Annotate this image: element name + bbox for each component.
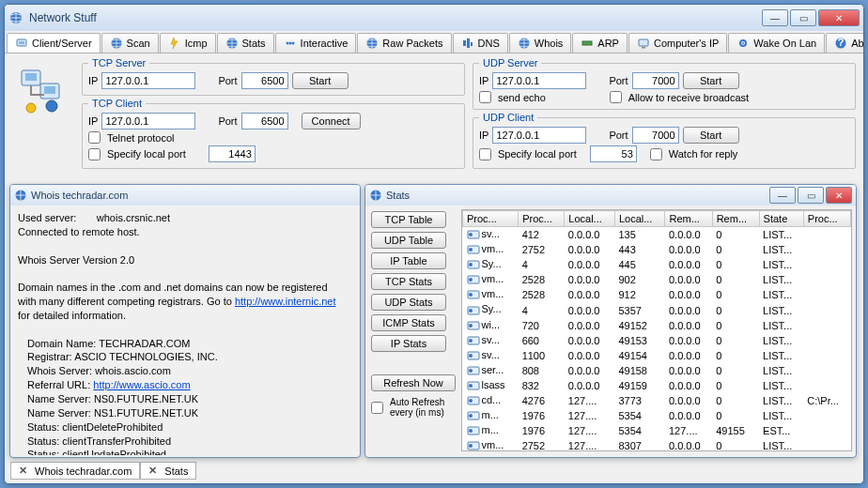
udp-server-start-button[interactable]: Start bbox=[683, 72, 739, 89]
client-server-panel: TCP Server IP Port Start TCP Client IP P bbox=[5, 53, 863, 173]
stats-button-tcp-table[interactable]: TCP Table bbox=[371, 211, 446, 228]
bottom-tab[interactable]: ✕Stats bbox=[140, 462, 196, 480]
tab-computer-s-ip[interactable]: Computer's IP bbox=[628, 33, 727, 53]
close-icon[interactable]: ✕ bbox=[148, 465, 157, 477]
whois-detail-line: Name Server: NS0.FUTURE.NET.UK bbox=[27, 392, 352, 406]
stats-table-wrap[interactable]: Proc...Proc...Local...Local...Rem...Rem.… bbox=[461, 209, 852, 451]
udp-client-watch-checkbox[interactable] bbox=[650, 148, 662, 160]
stats-table-row[interactable]: ser...8080.0.0.0491580.0.0.00LIST... bbox=[463, 363, 851, 378]
stats-window[interactable]: Stats — ▭ ✕ TCP TableUDP TableIP TableTC… bbox=[364, 184, 857, 458]
whois-blurb-link[interactable]: http://www.internic.net bbox=[235, 296, 336, 307]
stats-column-header[interactable]: Local... bbox=[565, 211, 615, 227]
process-icon bbox=[467, 228, 480, 241]
stats-table-row[interactable]: vm...25280.0.0.09020.0.0.00LIST... bbox=[463, 272, 851, 287]
whois-detail-link[interactable]: http://www.ascio.com bbox=[93, 379, 190, 390]
dns-icon bbox=[461, 37, 474, 50]
udp-client-port-input[interactable] bbox=[632, 127, 679, 144]
stats-table-row[interactable]: sv...6600.0.0.0491530.0.0.00LIST... bbox=[463, 333, 851, 348]
svg-point-45 bbox=[469, 354, 473, 358]
stats-button-tcp-stats[interactable]: TCP Stats bbox=[371, 273, 446, 290]
stats-column-header[interactable]: Rem... bbox=[712, 211, 759, 227]
whois-window[interactable]: Whois techradar.com Used server: whois.c… bbox=[9, 184, 361, 458]
stats-table-row[interactable]: sv...11000.0.0.0491540.0.0.00LIST... bbox=[463, 348, 851, 363]
stats-table-row[interactable]: vm...25280.0.0.09120.0.0.00LIST... bbox=[463, 287, 851, 302]
tcp-server-ip-label: IP bbox=[88, 75, 98, 86]
udp-server-broadcast-label: Allow to receive broadcast bbox=[628, 92, 749, 103]
whois-titlebar[interactable]: Whois techradar.com bbox=[10, 185, 360, 206]
udp-client-legend: UDP Client bbox=[479, 112, 537, 123]
udp-server-echo-checkbox[interactable] bbox=[479, 91, 491, 103]
udp-server-broadcast-checkbox[interactable] bbox=[610, 91, 622, 103]
stats-table-row[interactable]: lsass8320.0.0.0491590.0.0.00LIST... bbox=[463, 378, 851, 393]
stats-table-row[interactable]: Sy...40.0.0.053570.0.0.00LIST... bbox=[463, 302, 851, 317]
stats-refresh-button[interactable]: Refresh Now bbox=[371, 374, 456, 391]
stats-button-ip-table[interactable]: IP Table bbox=[371, 252, 446, 269]
close-icon[interactable]: ✕ bbox=[19, 465, 27, 477]
stats-button-column: TCP TableUDP TableIP TableTCP StatsUDP S… bbox=[369, 209, 457, 451]
bottom-tab[interactable]: ✕Whois techradar.com bbox=[10, 462, 140, 480]
stats-table-row[interactable]: vm...27520.0.0.04430.0.0.00LIST... bbox=[463, 242, 851, 257]
tcp-client-port-input[interactable] bbox=[241, 113, 288, 130]
tcp-server-port-input[interactable] bbox=[241, 72, 288, 89]
tab-whois[interactable]: Whois bbox=[509, 33, 572, 53]
globe-icon bbox=[365, 37, 379, 50]
stats-column-header[interactable]: Proc... bbox=[803, 211, 850, 227]
udp-server-port-input[interactable] bbox=[632, 72, 679, 89]
close-button[interactable]: ✕ bbox=[818, 9, 860, 26]
tab-icmp[interactable]: Icmp bbox=[160, 33, 216, 53]
udp-server-ip-input[interactable] bbox=[492, 72, 586, 89]
stats-button-ip-stats[interactable]: IP Stats bbox=[371, 335, 446, 352]
tab-arp[interactable]: ARP bbox=[572, 33, 628, 53]
globe-icon bbox=[225, 37, 239, 50]
stats-table-row[interactable]: Sy...40.0.0.04450.0.0.00LIST... bbox=[463, 257, 851, 272]
tcp-client-ip-input[interactable] bbox=[101, 113, 195, 130]
whois-blurb-1: Domain names in the .com and .net domain… bbox=[18, 282, 328, 293]
tab-interactive[interactable]: Interactive bbox=[275, 33, 357, 53]
tab-stats[interactable]: Stats bbox=[217, 33, 274, 53]
stats-column-header[interactable]: State bbox=[759, 211, 803, 227]
stats-table-row[interactable]: sv...4120.0.0.01350.0.0.00LIST... bbox=[463, 227, 851, 243]
maximize-button[interactable]: ▭ bbox=[790, 9, 816, 26]
stats-button-udp-table[interactable]: UDP Table bbox=[371, 232, 446, 249]
udp-client-ip-input[interactable] bbox=[492, 127, 586, 144]
tab-raw-packets[interactable]: Raw Packets bbox=[357, 33, 451, 53]
stats-close-button[interactable]: ✕ bbox=[826, 187, 852, 204]
stats-cell: 412 bbox=[519, 227, 565, 243]
tab-scan[interactable]: Scan bbox=[101, 33, 159, 53]
udp-client-localport-input[interactable] bbox=[590, 145, 637, 162]
svg-point-29 bbox=[469, 233, 473, 236]
stats-column-header[interactable]: Local... bbox=[614, 211, 665, 227]
stats-table-row[interactable]: vm...2752127....83070.0.0.00LIST... bbox=[463, 438, 851, 451]
stats-button-icmp-stats[interactable]: ICMP Stats bbox=[371, 314, 446, 331]
tcp-server-start-button[interactable]: Start bbox=[292, 72, 349, 89]
tab-dns[interactable]: DNS bbox=[453, 33, 508, 53]
stats-column-header[interactable]: Proc... bbox=[463, 211, 519, 227]
tcp-server-ip-input[interactable] bbox=[101, 72, 195, 89]
titlebar[interactable]: Network Stuff — ▭ ✕ bbox=[5, 5, 863, 31]
stats-maximize-button[interactable]: ▭ bbox=[798, 187, 824, 204]
stats-table-row[interactable]: m...1976127....5354127....49155EST... bbox=[463, 423, 851, 438]
stats-autorefresh-checkbox[interactable] bbox=[371, 402, 383, 414]
tab-wake-on-lan[interactable]: Wake On Lan bbox=[728, 33, 825, 53]
stats-cell: vm... bbox=[463, 287, 519, 302]
stats-cell: vm... bbox=[463, 272, 519, 287]
stats-table-row[interactable]: cd...4276127....37730.0.0.00LIST...C:\Pr… bbox=[463, 393, 851, 408]
stats-minimize-button[interactable]: — bbox=[769, 187, 796, 204]
tcp-client-localport-input[interactable] bbox=[209, 145, 256, 162]
udp-client-specify-checkbox[interactable] bbox=[479, 148, 491, 160]
stats-table-row[interactable]: wi...7200.0.0.0491520.0.0.00LIST... bbox=[463, 318, 851, 333]
stats-button-udp-stats[interactable]: UDP Stats bbox=[371, 294, 446, 311]
stats-column-header[interactable]: Rem... bbox=[665, 211, 712, 227]
tcp-client-specify-checkbox[interactable] bbox=[88, 148, 101, 160]
tab-client-server[interactable]: Client/Server bbox=[7, 33, 101, 53]
udp-client-start-button[interactable]: Start bbox=[683, 127, 739, 144]
info-icon: ? bbox=[834, 37, 847, 50]
minimize-button[interactable]: — bbox=[762, 9, 788, 26]
stats-table-row[interactable]: m...1976127....53540.0.0.00LIST... bbox=[463, 408, 851, 423]
tcp-client-telnet-checkbox[interactable] bbox=[88, 131, 101, 144]
stats-column-header[interactable]: Proc... bbox=[519, 211, 565, 227]
tab-about[interactable]: ?About bbox=[826, 33, 863, 53]
stats-titlebar[interactable]: Stats — ▭ ✕ bbox=[365, 185, 856, 206]
tcp-client-connect-button[interactable]: Connect bbox=[302, 113, 361, 130]
svg-point-6 bbox=[288, 42, 291, 45]
